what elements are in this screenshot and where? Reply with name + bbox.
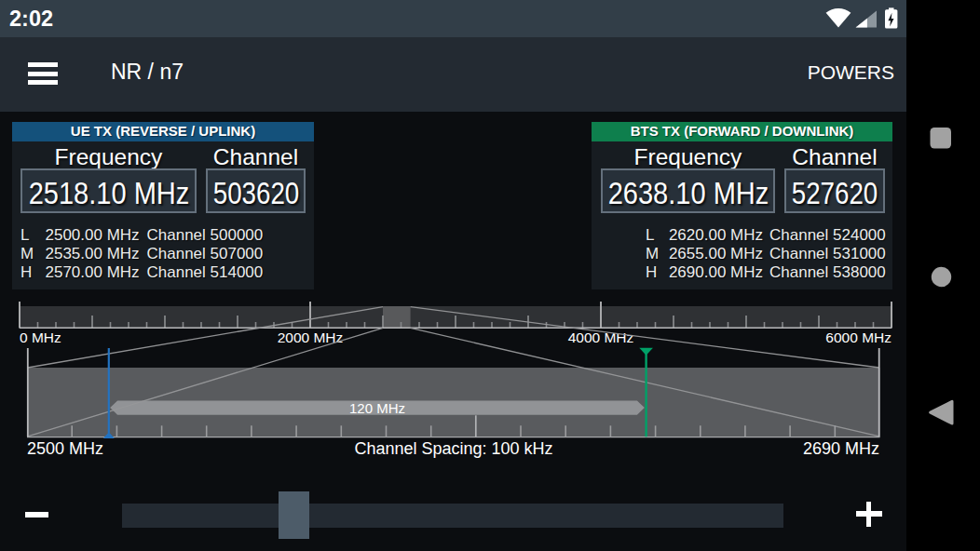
svg-text:2690 MHz: 2690 MHz xyxy=(803,439,879,458)
svg-text:6000 MHz: 6000 MHz xyxy=(825,329,892,345)
svg-text:120 MHz: 120 MHz xyxy=(349,400,405,416)
svg-text:Channel Spacing: 100 kHz: Channel Spacing: 100 kHz xyxy=(354,439,552,458)
svg-text:0 MHz: 0 MHz xyxy=(20,329,61,345)
svg-text:2500 MHz: 2500 MHz xyxy=(27,439,103,458)
